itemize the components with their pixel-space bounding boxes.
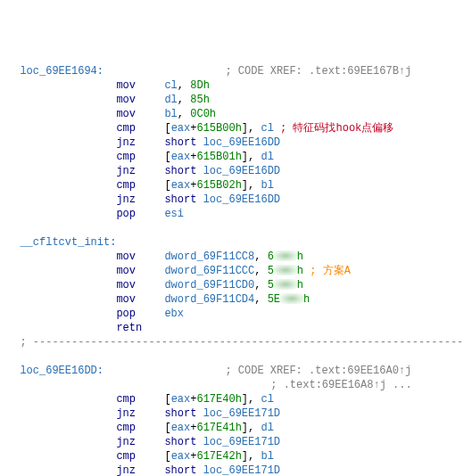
asm-line: jnzshort loc_69EE171D — [7, 406, 464, 421]
mnemonic: mov — [116, 264, 164, 278]
label-line: __cfltcvt_init: — [7, 235, 464, 250]
asm-line: movdl, 85h — [7, 93, 464, 107]
mnemonic: cmp — [116, 392, 164, 406]
redacted-value — [274, 250, 297, 261]
section-separator: ; --------------------------------------… — [7, 335, 464, 349]
asm-line: popesi — [7, 207, 464, 221]
mnemonic: mov — [116, 93, 164, 107]
mnemonic: jnz — [116, 193, 164, 207]
asm-line: cmp[eax+617E40h], cl — [7, 392, 464, 406]
mnemonic: cmp — [116, 178, 164, 193]
redacted-value — [274, 279, 297, 290]
mnemonic: mov — [116, 292, 164, 307]
mnemonic: cmp — [116, 150, 164, 164]
blank-line — [7, 221, 464, 235]
asm-line: popebx — [7, 307, 464, 321]
asm-line: movcl, 8Dh — [7, 78, 464, 93]
asm-line: cmp[eax+615B01h], dl — [7, 150, 464, 164]
comment: ; 特征码找hook点偏移 — [274, 122, 394, 135]
asm-line: movdword_69F11CD4, 5Eh — [7, 292, 464, 307]
xref-comment: ; .text:69EE16A8↑j ... — [270, 379, 411, 391]
mnemonic: jnz — [116, 406, 164, 421]
mnemonic: mov — [116, 107, 164, 121]
asm-line: cmp[eax+615B02h], bl — [7, 178, 464, 193]
mnemonic: mov — [116, 78, 164, 93]
mnemonic: mov — [116, 278, 164, 292]
disassembly-listing: loc_69EE1694:; CODE XREF: .text:69EE167B… — [7, 64, 464, 476]
asm-line: movdword_69F11CCC, 5h ; 方案A — [7, 264, 464, 278]
label-line: loc_69EE16DD:; CODE XREF: .text:69EE16A0… — [7, 364, 464, 378]
asm-line: jnzshort loc_69EE16DD — [7, 164, 464, 178]
redacted-value — [274, 265, 297, 275]
mnemonic: cmp — [116, 421, 164, 435]
asm-line: movbl, 0C0h — [7, 107, 464, 121]
code-label: __cfltcvt_init: — [20, 235, 225, 250]
mnemonic: mov — [116, 250, 164, 264]
mnemonic: cmp — [116, 449, 164, 464]
asm-line: jnzshort loc_69EE16DD — [7, 193, 464, 207]
asm-line: jnzshort loc_69EE171D — [7, 464, 464, 476]
asm-line: cmp[eax+615B00h], cl ; 特征码找hook点偏移 — [7, 121, 464, 135]
asm-line: movdword_69F11CC8, 6h — [7, 250, 464, 264]
asm-line: retn — [7, 321, 464, 335]
redacted-value — [280, 293, 303, 304]
annotation: ; 方案A — [303, 265, 351, 277]
xref-cont: ; .text:69EE16A8↑j ... — [7, 378, 464, 392]
asm-line: jnzshort loc_69EE171D — [7, 435, 464, 449]
asm-line: movdword_69F11CD0, 5h — [7, 278, 464, 292]
xref-comment: ; CODE XREF: .text:69EE16A0↑j — [225, 365, 411, 377]
blank-line — [7, 349, 464, 364]
mnemonic: jnz — [116, 164, 164, 178]
asm-line: cmp[eax+617E42h], bl — [7, 449, 464, 464]
mnemonic: jnz — [116, 135, 164, 150]
mnemonic: pop — [116, 307, 164, 321]
label-line: loc_69EE1694:; CODE XREF: .text:69EE167B… — [7, 64, 464, 78]
asm-line: cmp[eax+617E41h], dl — [7, 421, 464, 435]
mnemonic: jnz — [116, 435, 164, 449]
mnemonic: jnz — [116, 464, 164, 476]
mnemonic: cmp — [116, 121, 164, 135]
asm-line: jnzshort loc_69EE16DD — [7, 135, 464, 150]
xref-comment: ; CODE XREF: .text:69EE167B↑j — [225, 65, 411, 78]
code-label: loc_69EE16DD: — [20, 364, 225, 378]
mnemonic: pop — [116, 207, 164, 221]
code-label: loc_69EE1694: — [20, 64, 225, 78]
mnemonic: retn — [116, 321, 164, 335]
